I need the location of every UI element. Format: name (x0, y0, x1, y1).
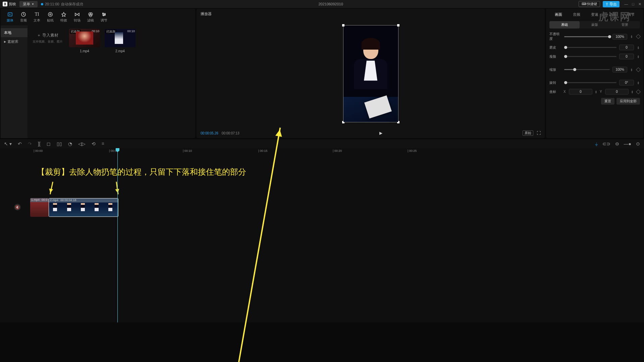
media-item[interactable]: 已添加00:10 2.mp4 (105, 29, 136, 53)
stepper-icon[interactable]: ▲▼ (637, 55, 640, 58)
project-title: 202106092010 (87, 2, 575, 6)
titlebar: X 剪映 菜单▼ 20:11:00 自动保存成功 202106092010 ⌨ … (0, 0, 644, 8)
tab-media[interactable]: 媒体 (3, 10, 17, 24)
tracks: 🔇 1.mp400:0 2.mp400:00:04:18 (0, 198, 644, 217)
scale-slider[interactable] (564, 69, 610, 70)
prop-scale: 缩放 100% ▲▼ (549, 67, 640, 72)
fullscreen-icon[interactable]: ⛶ (537, 131, 541, 135)
tab-color[interactable]: 调节 (622, 11, 640, 18)
mirror-icon[interactable]: ◁▷ (78, 141, 86, 146)
media-source-sidebar: 本地 ▶素材库 (1, 25, 28, 138)
redo-icon[interactable]: ↷ (28, 141, 32, 146)
magnet-icon[interactable]: ⏚ (595, 141, 598, 146)
crop-right-icon[interactable]: ▯▯ (57, 141, 62, 146)
prop-skin: 磨皮 0 ▲▼ (549, 45, 640, 50)
ratio-button[interactable]: 原始 (523, 130, 533, 136)
tab-transition[interactable]: 转场 (70, 10, 84, 24)
player-viewport[interactable] (197, 19, 545, 128)
subtab-mask[interactable]: 蒙版 (580, 21, 610, 28)
tab-filter[interactable]: 滤镜 (84, 10, 97, 24)
tab-effect[interactable]: 特效 (57, 10, 70, 24)
shortcut-button[interactable]: ⌨ 快捷键 (579, 1, 600, 7)
video-frame[interactable] (343, 25, 398, 122)
skin-slider[interactable] (564, 47, 616, 48)
maximize-icon[interactable]: □ (632, 2, 634, 6)
keyframe-icon[interactable] (636, 89, 641, 94)
zoom-slider[interactable]: —● (624, 141, 631, 146)
export-button[interactable]: ⇧ 导出 (603, 1, 620, 7)
svg-point-3 (50, 14, 51, 15)
select-tool-icon[interactable]: ↖ ▾ (4, 141, 12, 146)
rotate-icon[interactable]: ⟲ (92, 141, 96, 146)
stepper-icon[interactable]: ▲▼ (637, 46, 640, 49)
split-icon[interactable]: ]​[ (38, 141, 41, 146)
reset-button[interactable]: 重置 (601, 98, 614, 105)
svg-point-8 (105, 14, 106, 15)
face-input[interactable]: 0 (619, 54, 634, 59)
timeline-ruler[interactable]: | 00:00 | 00:05 | 00:10 | 00:15 | 00:20 … (0, 148, 644, 154)
tab-adjust[interactable]: 调节 (97, 10, 111, 24)
tool-tabs: 媒体 音频 TI文本 贴纸 特效 转场 滤镜 调节 (1, 9, 195, 25)
zoom-out-icon[interactable]: ⊖ (615, 141, 619, 146)
stepper-icon[interactable]: ▲▼ (630, 68, 633, 71)
subtab-bg[interactable]: 背景 (610, 21, 640, 28)
zoom-fit-icon[interactable]: ⊙ (636, 141, 640, 146)
skin-input[interactable]: 0 (619, 45, 634, 50)
tab-anim[interactable]: 动画 (604, 11, 622, 18)
video-track[interactable]: 1.mp400:0 2.mp400:00:04:18 (30, 198, 644, 217)
audio-icon (21, 12, 26, 17)
sticker-icon (48, 12, 53, 17)
source-library[interactable]: ▶素材库 (1, 37, 28, 46)
autosave-status: 20:11:00 自动保存成功 (41, 2, 83, 7)
rotate-input[interactable]: 0° (619, 80, 634, 85)
keyframe-icon[interactable] (636, 67, 641, 72)
tab-sticker[interactable]: 贴纸 (44, 10, 57, 24)
undo-icon[interactable]: ↶ (18, 141, 22, 146)
stepper-icon[interactable]: ▲▼ (630, 35, 633, 38)
rotate-slider[interactable] (564, 82, 616, 83)
media-item[interactable]: 已添加00:10 1.mp4 (69, 29, 100, 53)
tab-audio-prop[interactable]: 音频 (568, 11, 586, 18)
stepper-icon[interactable]: ▲▼ (637, 81, 640, 84)
stepper-icon[interactable]: ▲▼ (594, 90, 598, 94)
close-icon[interactable]: ✕ (638, 2, 641, 6)
stepper-icon[interactable]: ▲▼ (631, 90, 634, 94)
menu-button[interactable]: 菜单▼ (19, 1, 38, 7)
tab-picture[interactable]: 画面 (549, 11, 568, 18)
opacity-input[interactable]: 100% (612, 34, 627, 40)
tab-text[interactable]: TI文本 (30, 10, 44, 24)
media-grid: ＋ 导入素材 支持视频、音频、图片 已添加00:10 1.mp4 已添加00:1… (28, 25, 195, 138)
timeline-clip[interactable]: 1.mp400:0 (30, 198, 49, 217)
tab-audio[interactable]: 音频 (17, 10, 30, 24)
coord-x-input[interactable]: 0 (569, 89, 592, 95)
coord-y-input[interactable]: 0 (605, 89, 629, 95)
minimize-icon[interactable]: — (624, 2, 628, 6)
resize-handle[interactable] (397, 24, 399, 26)
tab-speed[interactable]: 变速 (586, 11, 604, 18)
play-button[interactable]: ▶ (379, 131, 382, 135)
crop-icon[interactable]: ⌗ (102, 141, 104, 146)
logo-icon: X (3, 2, 7, 6)
keyframe-icon[interactable] (636, 34, 641, 39)
player-title: 播放器 (197, 9, 545, 19)
link-icon[interactable]: ⊂⊃ (602, 141, 610, 146)
crop-left-icon[interactable]: ◻ (47, 141, 51, 146)
mute-track-button[interactable]: 🔇 (14, 204, 21, 210)
opacity-slider[interactable] (564, 36, 610, 37)
timeline[interactable]: | 00:00 | 00:05 | 00:10 | 00:15 | 00:20 … (0, 148, 644, 322)
timeline-clip-selected[interactable]: 2.mp400:00:04:18 (49, 198, 118, 217)
text-icon: TI (30, 11, 44, 17)
svg-point-9 (103, 15, 104, 16)
subtab-basic[interactable]: 基础 (549, 21, 580, 28)
prop-opacity: 不透明度 100% ▲▼ (549, 32, 640, 41)
import-media-button[interactable]: ＋ 导入素材 支持视频、音频、图片 (31, 29, 64, 47)
chevron-right-icon: ▶ (4, 40, 6, 43)
resize-handle[interactable] (342, 24, 344, 26)
property-subtabs: 基础 蒙版 背景 (549, 21, 640, 28)
scale-input[interactable]: 100% (612, 67, 627, 72)
speed-icon[interactable]: ◔ (68, 141, 72, 146)
face-slider[interactable] (564, 56, 616, 57)
apply-all-button[interactable]: 应用到全部 (616, 98, 640, 105)
playhead[interactable] (117, 148, 118, 322)
source-local[interactable]: 本地 (1, 28, 28, 37)
